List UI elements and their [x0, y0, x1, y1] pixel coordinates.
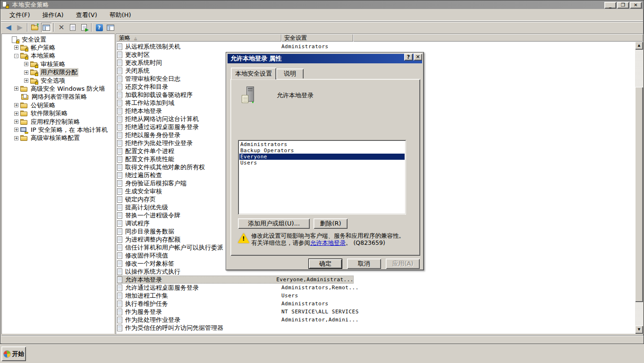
dialog-titlebar[interactable]: 允许本地登录 属性: [228, 54, 422, 63]
menu-item-2[interactable]: 查看(V): [71, 10, 102, 20]
tree-item[interactable]: +用户权限分配: [24, 69, 78, 77]
member-item[interactable]: Backup Operators: [239, 147, 405, 154]
policy-name: 作为批处理作业登录: [125, 316, 180, 324]
menu-item-1[interactable]: 操作(A): [38, 10, 68, 20]
policy-item-icon: [117, 244, 123, 251]
tab-description[interactable]: 说明: [276, 69, 304, 78]
policy-setting-value: Administrators: [281, 301, 329, 307]
up-level-icon[interactable]: ↑: [30, 23, 40, 32]
tree-item[interactable]: +审核策略: [24, 60, 66, 68]
delete-icon[interactable]: ✕: [56, 23, 67, 32]
tree-item[interactable]: +应用程序控制策略: [14, 118, 81, 126]
tree-item[interactable]: +帐户策略: [14, 43, 56, 52]
expand-icon[interactable]: +: [24, 62, 28, 66]
policy-row[interactable]: 作为受信任的呼叫方访问凭据管理器: [117, 324, 627, 332]
tree-item-label: 安全选项: [40, 77, 66, 85]
policy-name: 拒绝作为批处理作业登录: [125, 139, 193, 147]
expand-icon[interactable]: +: [24, 70, 28, 75]
tree-item[interactable]: +IP 安全策略，在 本地计算机: [14, 126, 109, 134]
start-button[interactable]: 开始: [1, 346, 26, 361]
tree-item[interactable]: 网络列表管理器策略: [14, 93, 88, 101]
member-item[interactable]: Users: [239, 160, 405, 166]
scroll-down-icon[interactable]: ▼: [635, 326, 643, 334]
policy-row[interactable]: 作为批处理作业登录Administrator,Admini...: [117, 316, 627, 324]
add-user-or-group-button[interactable]: 添加用户或组(U)...: [238, 218, 310, 229]
policy-name: 信任计算机和用户帐户可以执行委派: [125, 243, 223, 252]
policy-name: 允许通过远程桌面服务登录: [125, 284, 199, 292]
menu-item-3[interactable]: 帮助(H): [105, 10, 136, 20]
help-icon[interactable]: ?: [94, 23, 104, 32]
tree-item[interactable]: +公钥策略: [14, 101, 56, 109]
dialog-policy-name: 允许本地登录: [277, 91, 314, 100]
column-header-policy[interactable]: 策略▲: [116, 34, 281, 42]
expand-icon[interactable]: +: [14, 103, 18, 107]
policy-item-icon: [117, 260, 123, 267]
collapse-icon[interactable]: -: [14, 54, 18, 58]
policy-row[interactable]: 作为服务登录NT SERVICE\ALL SERVICES: [117, 308, 627, 316]
policy-help-link[interactable]: 允许本地登录: [310, 239, 346, 246]
scrollbar-thumb[interactable]: [635, 87, 643, 302]
expand-icon[interactable]: +: [14, 112, 18, 116]
tree-item[interactable]: +高级安全 Windows 防火墙: [14, 85, 106, 93]
folder-icon: [20, 119, 28, 125]
policy-row[interactable]: 从远程系统强制关机Administrators: [117, 43, 627, 51]
restore-button[interactable]: ❐: [617, 2, 629, 9]
policy-name: 以操作系统方式执行: [125, 268, 180, 276]
policy-item-icon: [117, 140, 123, 147]
policy-name: 加载和卸载设备驱动程序: [125, 91, 193, 99]
expand-icon[interactable]: +: [24, 78, 28, 83]
scroll-up-icon[interactable]: ▲: [635, 42, 643, 50]
column-header-setting[interactable]: 安全设置: [281, 34, 353, 42]
policy-row[interactable]: 增加进程工作集Users: [117, 292, 627, 300]
tree-item[interactable]: +高级审核策略配置: [14, 134, 81, 142]
back-icon[interactable]: ◀: [3, 23, 14, 32]
policy-item-icon: [117, 148, 123, 155]
members-listbox[interactable]: AdministratorsBackup OperatorsEveryoneUs…: [238, 140, 406, 215]
export-list-icon[interactable]: ▶: [79, 23, 89, 32]
expand-icon[interactable]: +: [14, 128, 18, 132]
menu-item-0[interactable]: 文件(F): [5, 10, 35, 20]
minimize-button[interactable]: _: [604, 2, 616, 9]
expand-icon[interactable]: +: [14, 120, 18, 124]
properties-icon[interactable]: [68, 23, 78, 32]
expand-icon[interactable]: +: [14, 136, 18, 140]
toolbar: ◀ ▶ ↑ ✕ ▶ ?: [1, 21, 643, 34]
forward-icon[interactable]: ▶: [15, 23, 25, 32]
tree-item[interactable]: 安全设置: [4, 35, 47, 43]
tree-item-label: 帐户策略: [30, 43, 56, 52]
policy-row[interactable]: 执行卷维护任务Administrators: [117, 300, 627, 308]
warning-line2-prefix: 有关详细信息，请参阅: [251, 239, 310, 246]
policy-row[interactable]: 允许通过远程桌面服务登录Administrators,Remot...: [117, 284, 627, 292]
tree-item[interactable]: +软件限制策略: [14, 110, 68, 118]
vertical-scrollbar[interactable]: ▲ ▼: [635, 42, 643, 334]
tree-item[interactable]: +安全选项: [24, 77, 66, 85]
dialog-close-button[interactable]: ✕: [414, 53, 422, 60]
member-item[interactable]: Administrators: [239, 141, 405, 147]
tree-item-label: 本地策略: [30, 52, 56, 60]
policy-setting-value: NT SERVICE\ALL SERVICES: [281, 309, 359, 315]
column-headers: 策略▲ 安全设置: [116, 34, 643, 42]
remove-button[interactable]: 删除(R): [314, 218, 347, 229]
policy-setting-value: Users: [281, 293, 298, 299]
console-window-icon[interactable]: [105, 23, 116, 32]
tree-item-label: 公钥策略: [30, 101, 56, 110]
cancel-button[interactable]: 取消: [347, 259, 381, 269]
policy-row[interactable]: 允许本地登录Everyone,Administrat...: [117, 276, 354, 284]
policy-name: 更改系统时间: [125, 59, 162, 67]
policy-properties-dialog: 允许本地登录 属性 ? ✕ 本地安全设置 说明 允许本地登录 Administr…: [226, 52, 424, 270]
tab-local-security-setting[interactable]: 本地安全设置: [231, 68, 276, 79]
member-item[interactable]: Everyone: [239, 154, 405, 160]
expand-icon[interactable]: +: [14, 86, 18, 91]
tab-page: 允许本地登录 AdministratorsBackup OperatorsEve…: [230, 79, 420, 256]
show-console-tree-icon[interactable]: [41, 23, 51, 32]
ok-button[interactable]: 确定: [308, 259, 342, 269]
tree-item[interactable]: -本地策略: [14, 52, 56, 60]
dialog-help-button[interactable]: ?: [404, 53, 413, 60]
expand-icon[interactable]: +: [14, 45, 18, 50]
policy-name: 关闭系统: [125, 67, 150, 75]
policy-name: 更改时区: [125, 51, 150, 59]
policy-name: 作为受信任的呼叫方访问凭据管理器: [125, 324, 223, 332]
close-button[interactable]: ✕: [630, 2, 642, 9]
apply-button[interactable]: 应用(A): [386, 259, 420, 269]
window-titlebar[interactable]: 本地安全策略 _ ❐ ✕: [0, 0, 644, 9]
